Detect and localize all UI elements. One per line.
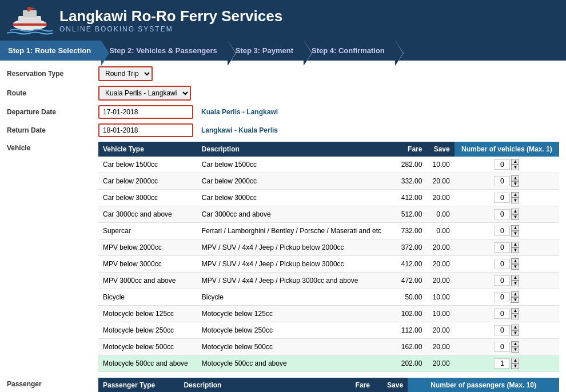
vehicle-fare-cell: 412.00 xyxy=(395,190,427,206)
vehicle-qty-input[interactable] xyxy=(494,358,510,369)
departure-date-input[interactable] xyxy=(98,105,193,119)
vehicle-qty-input[interactable] xyxy=(494,209,510,219)
return-route-link[interactable]: Langkawi - Kuala Perlis xyxy=(201,126,278,134)
steps-navigation: Step 1: Route Selection Step 2: Vehicles… xyxy=(0,41,566,61)
vehicle-fare-cell: 112.00 xyxy=(395,322,427,339)
vehicle-table-row: Motocycle below 125cc Motocycle below 12… xyxy=(98,306,559,322)
vehicle-qty-up[interactable]: ▲ xyxy=(511,242,519,247)
vehicle-qty-spinners: ▲ ▼ xyxy=(511,159,519,170)
step-2-tab[interactable]: Step 2: Vehicles & Passengers xyxy=(101,41,228,61)
vehicle-qty-input[interactable] xyxy=(494,176,510,186)
vehicle-qty-input[interactable] xyxy=(494,259,510,269)
reservation-type-select[interactable]: Round Trip One Way xyxy=(98,66,153,81)
vehicle-section: Vehicle Vehicle Type Description Fare Sa… xyxy=(7,142,559,372)
vehicle-qty-input[interactable] xyxy=(494,275,510,286)
vehicle-fare-cell: 282.00 xyxy=(395,157,427,173)
vehicle-qty-spinners: ▲ ▼ xyxy=(511,225,519,237)
vehicle-fare-cell: 372.00 xyxy=(395,239,427,256)
vehicle-type-cell: Car below 2000cc xyxy=(98,173,197,190)
vehicle-qty-up[interactable]: ▲ xyxy=(511,275,519,281)
vehicle-fare-cell: 202.00 xyxy=(395,355,427,372)
vehicle-qty-cell: ▲ ▼ xyxy=(455,289,559,306)
passenger-table: Passenger Type Description Fare Save Num… xyxy=(98,378,559,392)
passenger-table-wrapper: Passenger Type Description Fare Save Num… xyxy=(98,378,559,392)
vehicle-qty-up[interactable]: ▲ xyxy=(511,291,519,297)
vehicle-qty-down[interactable]: ▼ xyxy=(511,330,519,336)
vehicle-fare-cell: 512.00 xyxy=(395,206,427,223)
passenger-fare-header: Fare xyxy=(340,378,374,392)
vehicle-qty-up[interactable]: ▲ xyxy=(511,358,519,363)
svg-rect-2 xyxy=(18,16,41,25)
vehicle-qty-up[interactable]: ▲ xyxy=(511,175,519,181)
vehicle-qty-down[interactable]: ▼ xyxy=(511,231,519,237)
vehicle-save-cell: 20.00 xyxy=(427,355,454,372)
vehicle-qty-up[interactable]: ▲ xyxy=(511,341,519,347)
vehicle-qty-input[interactable] xyxy=(494,193,510,203)
vehicle-qty-up[interactable]: ▲ xyxy=(511,225,519,231)
vehicle-qty-up[interactable]: ▲ xyxy=(511,159,519,165)
vehicle-table-row: Bicycle Bicycle 50.00 10.00 ▲ ▼ xyxy=(98,289,559,306)
vehicle-qty-input[interactable] xyxy=(494,242,510,253)
vehicle-qty-down[interactable]: ▼ xyxy=(511,214,519,220)
vehicle-type-cell: Motocycle below 125cc xyxy=(98,306,197,322)
vehicle-qty-cell: ▲ ▼ xyxy=(455,339,559,355)
vehicle-qty-down[interactable]: ▼ xyxy=(511,314,519,319)
vehicle-table-row: Motocycle below 500cc Motocycle below 50… xyxy=(98,339,559,355)
app-subtitle: ONLINE BOOKING SYSTEM xyxy=(59,25,282,33)
vehicle-qty-cell: ▲ ▼ xyxy=(455,322,559,339)
vehicle-qty-up[interactable]: ▲ xyxy=(511,209,519,214)
vehicle-qty-cell: ▲ ▼ xyxy=(455,190,559,206)
vehicle-qty-cell: ▲ ▼ xyxy=(455,256,559,273)
vehicle-qty-input[interactable] xyxy=(494,325,510,335)
vehicle-qty-down[interactable]: ▼ xyxy=(511,264,519,270)
vehicle-type-cell: Motocycle below 500cc xyxy=(98,339,197,355)
vehicle-qty-input[interactable] xyxy=(494,159,510,170)
vehicle-qty-down[interactable]: ▼ xyxy=(511,181,519,187)
vehicle-qty-input[interactable] xyxy=(494,342,510,352)
vehicle-qty-down[interactable]: ▼ xyxy=(511,165,519,170)
vehicle-qty-cell: ▲ ▼ xyxy=(455,239,559,256)
route-select[interactable]: Kuala Perlis - Langkawi Langkawi - Kuala… xyxy=(98,86,191,101)
vehicle-desc-cell: Car below 2000cc xyxy=(197,173,395,190)
route-row: Route Kuala Perlis - Langkawi Langkawi -… xyxy=(7,86,559,101)
vehicle-save-cell: 20.00 xyxy=(427,273,454,289)
departure-route-link[interactable]: Kuala Perlis - Langkawi xyxy=(201,108,278,116)
vehicle-qty-input[interactable] xyxy=(494,292,510,302)
vehicle-qty-input[interactable] xyxy=(494,226,510,236)
vehicle-fare-cell: 332.00 xyxy=(395,173,427,190)
vehicle-save-cell: 0.00 xyxy=(427,223,454,239)
vehicle-save-header: Save xyxy=(427,142,454,157)
vehicle-qty-cell: ▲ ▼ xyxy=(455,355,559,372)
vehicle-desc-cell: Ferrari / Lamborghini / Bentley / Porsch… xyxy=(197,223,395,239)
vehicle-qty-down[interactable]: ▼ xyxy=(511,363,519,369)
vehicle-qty-down[interactable]: ▼ xyxy=(511,347,519,353)
return-date-input[interactable] xyxy=(98,123,193,137)
vehicle-qty-cell: ▲ ▼ xyxy=(455,223,559,239)
vehicle-fare-cell: 162.00 xyxy=(395,339,427,355)
vehicle-qty-down[interactable]: ▼ xyxy=(511,297,519,303)
step-4-tab[interactable]: Step 4: Confirmation xyxy=(304,41,395,61)
vehicle-desc-cell: Car below 1500cc xyxy=(197,157,395,173)
vehicle-type-header: Vehicle Type xyxy=(98,142,197,157)
vehicle-qty-up[interactable]: ▲ xyxy=(511,308,519,314)
vehicle-save-cell: 10.00 xyxy=(427,157,454,173)
reservation-type-label: Reservation Type xyxy=(7,70,98,78)
vehicle-table-row: Car 3000cc and above Car 3000cc and abov… xyxy=(98,206,559,223)
vehicle-qty-down[interactable]: ▼ xyxy=(511,247,519,253)
step-1-tab[interactable]: Step 1: Route Selection xyxy=(0,41,101,61)
vehicle-save-cell: 0.00 xyxy=(427,206,454,223)
svg-rect-4 xyxy=(27,7,30,11)
vehicle-qty-down[interactable]: ▼ xyxy=(511,281,519,286)
vehicle-qty-input[interactable] xyxy=(494,309,510,319)
departure-date-label: Departure Date xyxy=(7,108,98,116)
vehicle-qty-up[interactable]: ▲ xyxy=(511,258,519,264)
vehicle-qty-up[interactable]: ▲ xyxy=(511,325,519,330)
vehicle-save-cell: 20.00 xyxy=(427,173,454,190)
step-3-tab[interactable]: Step 3: Payment xyxy=(228,41,304,61)
vehicle-fare-cell: 412.00 xyxy=(395,256,427,273)
vehicle-qty-down[interactable]: ▼ xyxy=(511,198,519,203)
vehicle-fare-cell: 732.00 xyxy=(395,223,427,239)
vehicle-desc-cell: Motocycle below 500cc xyxy=(197,339,395,355)
vehicle-qty-up[interactable]: ▲ xyxy=(511,192,519,198)
vehicle-desc-cell: MPV / SUV / 4x4 / Jeep / Pickup below 20… xyxy=(197,239,395,256)
